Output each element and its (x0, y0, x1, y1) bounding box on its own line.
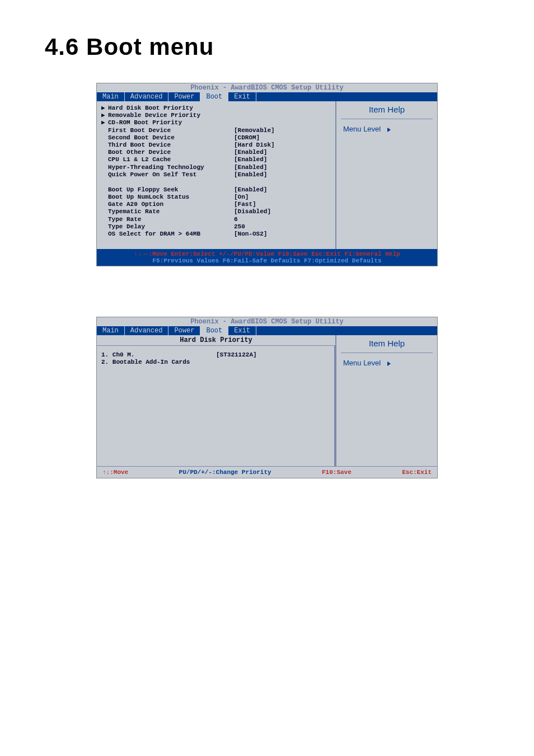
spacer (101, 134, 108, 142)
boot-item-numlock[interactable]: Boot Up NumLock Status [On] (101, 194, 331, 201)
boot-item-third-device[interactable]: Third Boot Device [Hard Disk] (101, 142, 331, 149)
tab-main[interactable]: Main (97, 92, 125, 101)
spacer-row (101, 238, 331, 246)
footer-line2: F5:Previous Values F6:Fail-Safe Defaults… (100, 257, 434, 264)
tab-exit[interactable]: Exit (228, 92, 256, 101)
bios-hdd-priority-screen: Phoenix - AwardBIOS CMOS Setup Utility M… (96, 317, 438, 478)
item-help-title: Item Help (341, 339, 433, 353)
menu-level-text: Menu Level (343, 125, 381, 133)
menu-label: Boot Up Floppy Seek (108, 186, 234, 194)
tab-boot[interactable]: Boot (200, 326, 228, 335)
item-help-title: Item Help (341, 105, 433, 119)
hdd-panel: Hard Disk Priority 1. Ch0 M. [ST321122A]… (97, 335, 336, 466)
menu-label: Hyper-Threading Technology (108, 164, 234, 171)
spacer (101, 171, 108, 179)
menu-level-label: Menu Level (341, 125, 433, 133)
spacer (101, 127, 108, 134)
spacer (101, 201, 108, 208)
footer-change: PU/PD/+/-:Change Priority (179, 469, 271, 476)
footer-save: F10:Save (322, 469, 352, 476)
boot-item-type-rate[interactable]: Type Rate 6 (101, 216, 331, 223)
boot-item-os-select[interactable]: OS Select for DRAM > 64MB [Non-OS2] (101, 231, 331, 238)
boot-item-type-delay[interactable]: Type Delay 250 (101, 223, 331, 231)
menu-label: Type Rate (108, 216, 234, 223)
menu-value: [Enabled] (234, 171, 267, 179)
menu-label: 1. Ch0 M. (101, 351, 216, 359)
spacer (101, 186, 108, 194)
boot-item-quick-post[interactable]: Quick Power On Self Test [Enabled] (101, 171, 331, 179)
menu-label: Typematic Rate (108, 208, 234, 215)
menu-label: Quick Power On Self Test (108, 171, 234, 179)
footer-move: ↑↓:Move (102, 469, 128, 476)
menu-label: Type Delay (108, 223, 234, 231)
tab-boot[interactable]: Boot (200, 92, 228, 101)
bios-body: ▶ Hard Disk Boot Priority ▶ Removable De… (97, 101, 437, 249)
boot-item-second-device[interactable]: Second Boot Device [CDROM] (101, 134, 331, 142)
spacer (101, 208, 108, 215)
spacer (101, 231, 108, 238)
spacer (101, 164, 108, 171)
menu-value: [Enabled] (234, 186, 267, 194)
tab-exit[interactable]: Exit (228, 326, 256, 335)
menu-label: 2. Bootable Add-In Cards (101, 359, 216, 366)
menu-value: [Removable] (234, 127, 275, 134)
submenu-arrow-icon: ▶ (101, 105, 108, 112)
bios-body: Hard Disk Priority 1. Ch0 M. [ST321122A]… (97, 335, 437, 466)
footer-line1: ↑↓→←:Move Enter:Select +/-/PU/PD:Value F… (100, 251, 434, 257)
boot-item-cdrom-priority[interactable]: ▶ CD-ROM Boot Priority (101, 119, 331, 126)
spacer-row (101, 179, 331, 186)
menu-label: Hard Disk Boot Priority (108, 105, 234, 112)
boot-item-cpu-cache[interactable]: CPU L1 & L2 Cache [Enabled] (101, 156, 331, 163)
bios-title: Phoenix - AwardBIOS CMOS Setup Utility (97, 317, 437, 326)
hdd-priority-title: Hard Disk Priority (97, 335, 335, 346)
menu-label: CD-ROM Boot Priority (108, 119, 234, 126)
menu-value: [Enabled] (234, 164, 267, 171)
hdd-item-2[interactable]: 2. Bootable Add-In Cards (101, 359, 330, 366)
menu-value: [Fast] (234, 201, 256, 208)
menu-label: Boot Other Device (108, 149, 234, 156)
boot-item-typematic-rate[interactable]: Typematic Rate [Disabled] (101, 208, 331, 215)
menu-label: Boot Up NumLock Status (108, 194, 234, 201)
pointer-icon (387, 361, 391, 366)
tab-advanced[interactable]: Advanced (125, 92, 169, 101)
menu-value: [CDROM] (234, 134, 260, 142)
boot-item-first-device[interactable]: First Boot Device [Removable] (101, 127, 331, 134)
menu-label: Second Boot Device (108, 134, 234, 142)
tab-power[interactable]: Power (168, 92, 200, 101)
tab-main[interactable]: Main (97, 326, 125, 335)
spacer (101, 142, 108, 149)
menu-label: OS Select for DRAM > 64MB (108, 231, 234, 238)
boot-menu-panel: ▶ Hard Disk Boot Priority ▶ Removable De… (97, 101, 336, 249)
menu-label: CPU L1 & L2 Cache (108, 156, 234, 163)
menu-value: [Enabled] (234, 156, 267, 163)
boot-item-other-device[interactable]: Boot Other Device [Enabled] (101, 149, 331, 156)
menu-level-label: Menu Level (341, 359, 433, 367)
menu-value: [ST321122A] (216, 351, 257, 359)
menu-value: [Disabled] (234, 208, 271, 215)
boot-item-hyperthreading[interactable]: Hyper-Threading Technology [Enabled] (101, 164, 331, 171)
menu-level-text: Menu Level (343, 359, 381, 367)
menu-label: Third Boot Device (108, 142, 234, 149)
page-title: 4.6 Boot menu (45, 34, 489, 60)
boot-item-hdd-priority[interactable]: ▶ Hard Disk Boot Priority (101, 105, 331, 112)
boot-item-gate-a20[interactable]: Gate A20 Option [Fast] (101, 201, 331, 208)
boot-item-removable-priority[interactable]: ▶ Removable Device Priority (101, 112, 331, 119)
menu-label: Gate A20 Option (108, 201, 234, 208)
spacer (101, 149, 108, 156)
bios-title: Phoenix - AwardBIOS CMOS Setup Utility (97, 83, 437, 92)
hdd-list: 1. Ch0 M. [ST321122A] 2. Bootable Add-In… (97, 346, 335, 466)
boot-item-floppy-seek[interactable]: Boot Up Floppy Seek [Enabled] (101, 186, 331, 194)
tab-power[interactable]: Power (168, 326, 200, 335)
tab-bar: Main Advanced Power Boot Exit (97, 326, 437, 335)
submenu-arrow-icon: ▶ (101, 112, 108, 119)
spacer (101, 156, 108, 163)
tab-bar: Main Advanced Power Boot Exit (97, 92, 437, 101)
help-panel: Item Help Menu Level (336, 335, 437, 466)
menu-value: [Enabled] (234, 149, 267, 156)
footer-help-bar: ↑↓:Move PU/PD/+/-:Change Priority F10:Sa… (97, 466, 437, 478)
hdd-item-1[interactable]: 1. Ch0 M. [ST321122A] (101, 351, 330, 359)
menu-value: [Non-OS2] (234, 231, 267, 238)
bios-boot-screen: Phoenix - AwardBIOS CMOS Setup Utility M… (96, 83, 438, 266)
tab-advanced[interactable]: Advanced (125, 326, 169, 335)
help-panel: Item Help Menu Level (336, 101, 437, 249)
